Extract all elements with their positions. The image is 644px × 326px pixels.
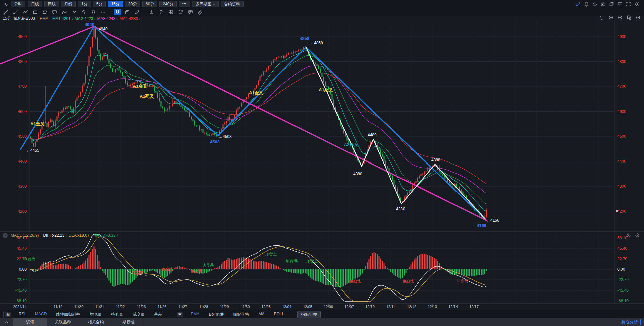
svg-text:4388: 4388: [431, 158, 440, 162]
sub-indicator-tab-MACD[interactable]: MACD: [30, 312, 51, 317]
period-button-5分[interactable]: 5分: [93, 1, 106, 7]
period-button-•••[interactable]: •••: [179, 1, 190, 7]
svg-text:4166: 4166: [477, 223, 486, 228]
export-icon[interactable]: [177, 9, 184, 15]
restore-icon[interactable]: [626, 15, 632, 20]
main-price-chart[interactable]: 4900490048004800470047004600460045004500…: [0, 21, 644, 231]
sub-indicator-tab-基差[interactable]: 基差: [149, 312, 167, 317]
arrow-up-icon[interactable]: [80, 9, 87, 15]
overlap-icon[interactable]: [609, 1, 614, 7]
svg-text:4380: 4380: [353, 172, 362, 176]
flag-icon[interactable]: [41, 9, 48, 15]
date-label: 11/28: [199, 305, 208, 309]
rect-shape-icon[interactable]: [31, 9, 39, 15]
period-button-60分[interactable]: 60分: [142, 1, 157, 7]
bottom-bar: 资讯关联品种相关合约期权链 持仓分析: [0, 318, 644, 326]
chart-legend: 15分 氧化铝2503 EMA MA1:4201↓MA2:4223↓MA3:42…: [3, 16, 141, 21]
position-analysis-button[interactable]: 持仓分析: [619, 319, 641, 325]
date-label: 12/11: [386, 305, 395, 309]
sub-indicator-tab-RSI[interactable]: RSI: [14, 312, 30, 317]
trend-line-icon[interactable]: [2, 9, 9, 15]
svg-text:顶背离: 顶背离: [23, 256, 36, 261]
period-buttons: 分时日线周线月线1分5分15分30分60分240分•••多周期图▼合约资料: [11, 1, 244, 7]
main-indicator-tab-EMA[interactable]: EMA: [186, 312, 204, 317]
main-indicator-tab-MA[interactable]: MA: [254, 312, 269, 317]
comment-icon[interactable]: [186, 9, 194, 15]
monitor-icon[interactable]: [617, 1, 623, 7]
period-button-日线[interactable]: 日线: [28, 1, 42, 7]
svg-text:-45.40: -45.40: [617, 288, 629, 293]
ray-icon[interactable]: [12, 9, 19, 15]
zoom-in-icon[interactable]: [608, 15, 613, 20]
sub-indicator-tab-线性回归斜率[interactable]: 线性回归斜率: [51, 312, 85, 317]
pane-close-icon[interactable]: [626, 233, 631, 238]
date-axis[interactable]: 2024/1111/1911/2011/2111/2211/2311/2611/…: [0, 303, 644, 310]
macd-chart[interactable]: 68.1068.1045.4045.4022.7022.700.000.00-2…: [0, 232, 644, 305]
collapse-right-icon[interactable]: [634, 1, 639, 7]
svg-text:4489: 4489: [368, 133, 377, 137]
svg-text:底背离: 底背离: [456, 278, 468, 283]
macd-panel[interactable]: ▼ MACD(12,26,9) DIFF:-22.23↓DEA:-18.07↓M…: [0, 231, 644, 303]
sub-badge: 副: [5, 312, 11, 317]
pencil-icon[interactable]: [133, 9, 141, 15]
period-button-周线[interactable]: 周线: [44, 1, 59, 7]
date-label: 12/10: [365, 305, 375, 309]
date-label: 11/19: [54, 305, 63, 309]
date-label: 12/17: [469, 305, 479, 309]
period-button-月线[interactable]: 月线: [61, 1, 76, 7]
more-icon[interactable]: [99, 9, 107, 15]
bottom-tab-关联品种[interactable]: 关联品种: [46, 318, 79, 326]
camera-icon[interactable]: [600, 1, 606, 7]
period-button-30分[interactable]: 30分: [125, 1, 140, 7]
sub-indicator-tab-增仓量[interactable]: 增仓量: [85, 312, 106, 317]
period-button-240分[interactable]: 240分: [159, 1, 177, 7]
trash-icon[interactable]: [157, 9, 165, 15]
main-indicator-tab-BOLL[interactable]: BOLL: [269, 312, 289, 317]
fullscreen-icon[interactable]: [626, 1, 631, 7]
sub-indicator-tab-成交量[interactable]: 成交量: [128, 312, 149, 317]
cloud-icon[interactable]: [592, 1, 597, 7]
paperclip-icon[interactable]: [196, 9, 204, 15]
period-button-1分[interactable]: 1分: [78, 1, 91, 7]
bell-icon[interactable]: [584, 1, 589, 7]
edit-pencil-icon[interactable]: [575, 1, 581, 7]
note-icon[interactable]: [51, 9, 58, 15]
components-icon[interactable]: [167, 9, 174, 15]
trend-line-magenta[interactable]: [94, 26, 486, 220]
clone-icon[interactable]: [123, 9, 131, 15]
sub-indicator-tab-持仓量[interactable]: 持仓量: [106, 312, 128, 317]
arrow-down-icon[interactable]: [90, 9, 97, 15]
period-button-多周期图[interactable]: 多周期图▼: [192, 1, 219, 7]
toolbar-separator: [110, 10, 110, 14]
bottom-tab-期权链[interactable]: 期权链: [112, 318, 145, 326]
chevron-up-icon[interactable]: [0, 318, 13, 326]
wave1-icon[interactable]: [60, 9, 68, 15]
indicator-manage-button[interactable]: 指标管理: [297, 311, 321, 318]
main-indicator-tab-Boll陷阱[interactable]: Boll陷阱: [204, 312, 228, 317]
macd-value-1: DEA:-18.07↓: [68, 233, 92, 238]
svg-text:4230: 4230: [396, 207, 405, 211]
target-icon[interactable]: [635, 233, 640, 238]
svg-text:-22.70: -22.70: [617, 277, 629, 282]
polyline-icon[interactable]: [21, 9, 29, 15]
bottom-tab-相关合约[interactable]: 相关合约: [79, 318, 112, 326]
target-icon[interactable]: [635, 15, 641, 20]
trend-line-magenta[interactable]: [0, 26, 94, 64]
period-button-合约资料[interactable]: 合约资料: [221, 1, 244, 7]
trading-app: 分时日线周线月线1分5分15分30分60分240分•••多周期图▼合约资料 15…: [0, 0, 644, 326]
period-button-分时[interactable]: 分时: [11, 1, 25, 7]
pane-toggle-icon[interactable]: ▼: [3, 233, 8, 238]
svg-text:顶背离: 顶背离: [306, 259, 318, 264]
date-label: 12/13: [428, 305, 437, 309]
period-button-15分[interactable]: 15分: [108, 1, 123, 7]
visibility-icon[interactable]: [148, 9, 155, 15]
chevrons-right-icon[interactable]: [3, 1, 9, 7]
bottom-tab-资讯[interactable]: 资讯: [13, 318, 46, 326]
svg-text:4300: 4300: [18, 184, 27, 189]
main-indicator-tab-现货价格[interactable]: 现货价格: [228, 312, 254, 317]
magnet-icon[interactable]: [114, 9, 121, 15]
wave2-icon[interactable]: [70, 9, 77, 15]
undo-icon[interactable]: [599, 15, 604, 20]
svg-text:4700: 4700: [617, 84, 626, 89]
zoom-out-icon[interactable]: [617, 15, 623, 20]
